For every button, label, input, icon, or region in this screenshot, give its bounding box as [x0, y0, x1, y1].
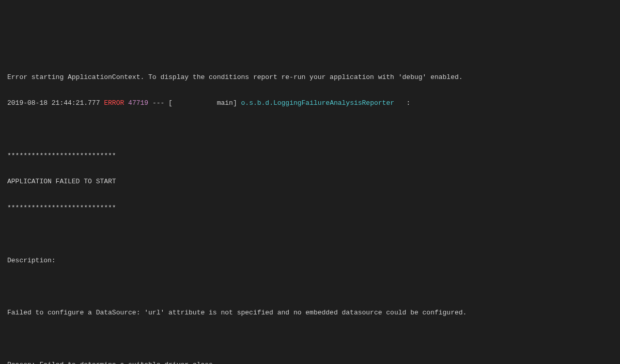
log-logger-class: o.s.b.d.LoggingFailureAnalysisReporter	[241, 99, 394, 107]
log-level: ERROR	[104, 99, 124, 107]
description-text: Failed to configure a DataSource: 'url' …	[7, 309, 467, 316]
context-error-line: Error starting ApplicationContext. To di…	[7, 73, 463, 81]
banner-border-top: ***************************	[7, 152, 116, 160]
banner-title: APPLICATION FAILED TO START	[7, 178, 116, 185]
log-timestamp: 2019-08-18 21:44:21.777	[7, 99, 100, 107]
console-output[interactable]: Error starting ApplicationContext. To di…	[7, 57, 613, 364]
log-pid: 47719	[128, 99, 148, 107]
banner-border-bottom: ***************************	[7, 204, 116, 212]
description-label: Description:	[7, 257, 56, 264]
reason-text: Reason: Failed to determine a suitable d…	[7, 361, 213, 364]
log-separator: --- [ main]	[148, 99, 241, 107]
log-tail: :	[394, 99, 410, 107]
